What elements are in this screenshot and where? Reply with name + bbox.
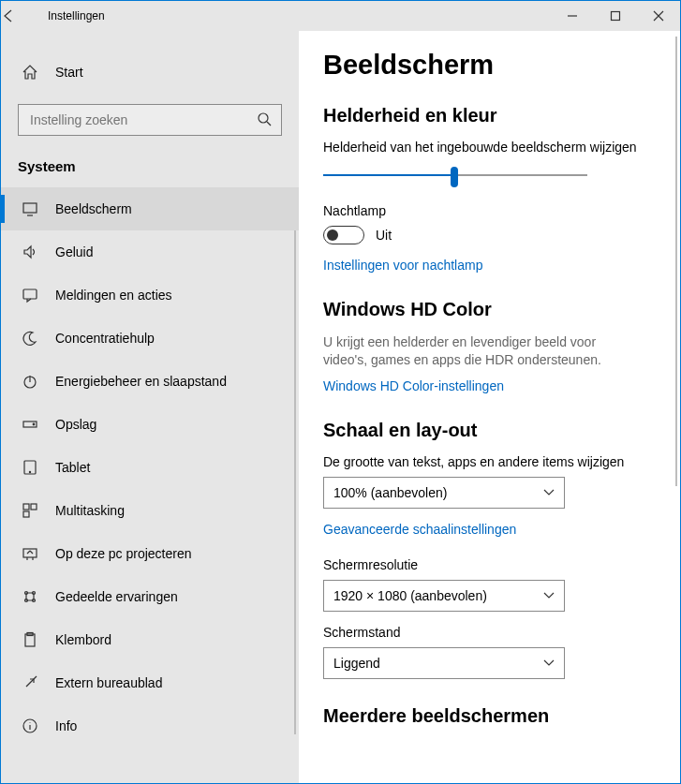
sidebar-item-4[interactable]: Energiebeheer en slaapstand	[1, 360, 299, 403]
advanced-scale-link[interactable]: Geavanceerde schaalinstellingen	[323, 522, 642, 537]
moon-icon	[22, 330, 38, 347]
remote-icon	[22, 674, 38, 691]
svg-rect-11	[23, 511, 29, 517]
home-link[interactable]: Start	[1, 53, 299, 91]
brightness-heading: Helderheid en kleur	[323, 105, 642, 126]
sidebar-item-label: Op deze pc projecteren	[55, 546, 192, 561]
svg-point-6	[33, 423, 35, 425]
clipboard-icon	[22, 631, 38, 648]
sidebar-item-12[interactable]: Info	[1, 704, 299, 747]
orientation-value: Liggend	[333, 656, 380, 671]
home-label: Start	[55, 65, 83, 80]
chevron-down-icon	[543, 487, 555, 498]
hdcolor-desc: U krijgt een helderder en levendiger bee…	[323, 333, 642, 369]
close-button[interactable]	[637, 1, 680, 31]
sidebar-item-label: Opslag	[55, 417, 96, 432]
sidebar-item-6[interactable]: Tablet	[1, 446, 299, 489]
sidebar-item-8[interactable]: Op deze pc projecteren	[1, 532, 299, 575]
sidebar-item-5[interactable]: Opslag	[1, 403, 299, 446]
content-pane: Beeldscherm Helderheid en kleur Helderhe…	[299, 31, 680, 783]
resolution-value: 1920 × 1080 (aanbevolen)	[333, 588, 487, 603]
chat-icon	[22, 287, 38, 303]
monitor-icon	[22, 200, 38, 217]
svg-rect-0	[612, 12, 620, 21]
titlebar: Instellingen	[1, 1, 680, 31]
svg-rect-12	[23, 549, 37, 557]
back-button[interactable]	[1, 8, 44, 23]
content-scrollbar[interactable]	[675, 37, 677, 486]
sidebar-item-label: Tablet	[55, 460, 90, 475]
sidebar-item-label: Meldingen en acties	[55, 288, 172, 303]
storage-icon	[22, 416, 38, 433]
search-box[interactable]	[18, 104, 282, 136]
sidebar-item-7[interactable]: Multitasking	[1, 489, 299, 532]
resolution-dropdown[interactable]: 1920 × 1080 (aanbevolen)	[323, 580, 565, 612]
multitask-icon	[22, 502, 38, 519]
scale-dropdown[interactable]: 100% (aanbevolen)	[323, 477, 565, 509]
sidebar-item-label: Extern bureaublad	[55, 675, 162, 690]
sidebar-item-label: Concentratiehulp	[55, 331, 155, 346]
chevron-down-icon	[543, 590, 555, 601]
multi-heading: Meerdere beeldschermen	[323, 705, 642, 727]
sidebar-item-label: Klembord	[55, 632, 111, 647]
brightness-label: Helderheid van het ingebouwde beeldscher…	[323, 140, 642, 155]
nav-list: BeeldschermGeluidMeldingen en actiesConc…	[1, 187, 299, 783]
svg-rect-10	[31, 504, 37, 510]
svg-point-8	[29, 471, 30, 472]
sidebar-item-label: Energiebeheer en slaapstand	[55, 374, 227, 389]
svg-rect-3	[23, 289, 37, 299]
scale-label: De grootte van tekst, apps en andere ite…	[323, 454, 642, 469]
sidebar-item-label: Geluid	[55, 244, 93, 259]
hdcolor-heading: Windows HD Color	[323, 299, 642, 320]
chevron-down-icon	[543, 658, 555, 669]
nightlight-toggle[interactable]	[323, 226, 364, 244]
nightlight-settings-link[interactable]: Instellingen voor nachtlamp	[323, 258, 642, 273]
sidebar: Start Systeem BeeldschermGeluidMeldingen…	[1, 31, 299, 783]
window-title: Instellingen	[44, 9, 105, 22]
search-icon	[257, 111, 272, 129]
section-header: Systeem	[1, 153, 299, 187]
sound-icon	[22, 244, 38, 260]
nightlight-state: Uit	[376, 228, 392, 243]
info-icon	[22, 717, 38, 734]
svg-point-1	[259, 113, 268, 123]
sidebar-item-label: Info	[55, 718, 77, 733]
page-title: Beeldscherm	[323, 50, 642, 81]
sidebar-item-2[interactable]: Meldingen en acties	[1, 274, 299, 317]
sidebar-item-10[interactable]: Klembord	[1, 618, 299, 661]
svg-rect-9	[23, 504, 29, 510]
sidebar-item-9[interactable]: Gedeelde ervaringen	[1, 575, 299, 618]
orientation-dropdown[interactable]: Liggend	[323, 647, 565, 679]
scale-heading: Schaal en lay-out	[323, 420, 642, 441]
sidebar-item-11[interactable]: Extern bureaublad	[1, 661, 299, 704]
sidebar-item-label: Gedeelde ervaringen	[55, 589, 178, 604]
sidebar-item-1[interactable]: Geluid	[1, 230, 299, 274]
sidebar-item-label: Beeldscherm	[55, 201, 132, 216]
minimize-button[interactable]	[551, 1, 594, 31]
sidebar-item-label: Multitasking	[55, 503, 125, 518]
scale-value: 100% (aanbevolen)	[333, 485, 447, 500]
maximize-button[interactable]	[594, 1, 637, 31]
svg-rect-2	[23, 203, 37, 213]
home-icon	[22, 64, 38, 81]
sidebar-item-3[interactable]: Concentratiehulp	[1, 317, 299, 360]
brightness-slider[interactable]	[323, 162, 587, 188]
power-icon	[22, 373, 38, 390]
share-icon	[22, 588, 38, 605]
nightlight-label: Nachtlamp	[323, 203, 642, 218]
tablet-icon	[22, 459, 38, 476]
sidebar-item-0[interactable]: Beeldscherm	[1, 187, 299, 230]
search-input[interactable]	[28, 105, 257, 135]
hdcolor-link[interactable]: Windows HD Color-instellingen	[323, 378, 642, 393]
orientation-label: Schermstand	[323, 625, 642, 640]
project-icon	[22, 545, 38, 562]
resolution-label: Schermresolutie	[323, 557, 642, 572]
